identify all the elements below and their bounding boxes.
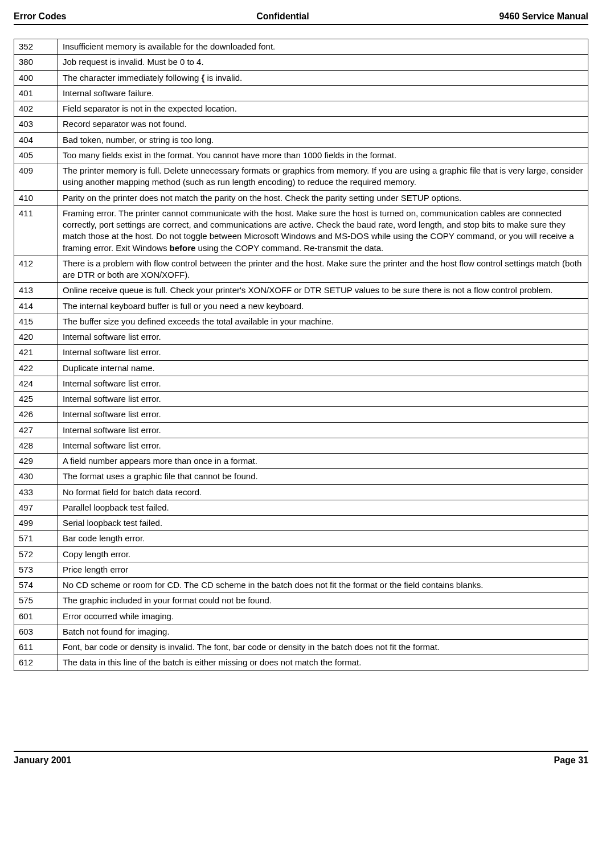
error-code-cell: 400 [14, 70, 58, 85]
error-code-cell: 429 [14, 454, 58, 469]
error-code-cell: 415 [14, 314, 58, 329]
error-description-cell: The internal keyboard buffer is full or … [58, 298, 588, 314]
error-code-cell: 499 [14, 516, 58, 531]
error-description-cell: Internal software list error. [58, 422, 588, 438]
error-description-cell: The character immediately following { is… [58, 70, 588, 85]
table-row: 404Bad token, number, or string is too l… [14, 132, 588, 147]
error-code-cell: 412 [14, 256, 58, 283]
error-description-cell: Error occurred while imaging. [58, 608, 588, 624]
error-code-cell: 410 [14, 190, 58, 205]
error-description-cell: The format uses a graphic file that cann… [58, 469, 588, 484]
error-description-cell: Font, bar code or density is invalid. Th… [58, 640, 588, 655]
error-description-cell: Internal software list error. [58, 376, 588, 391]
error-description-cell: Internal software list error. [58, 407, 588, 422]
error-code-cell: 612 [14, 655, 58, 670]
table-row: 422Duplicate internal name. [14, 360, 588, 376]
error-description-cell: Internal software list error. [58, 438, 588, 453]
table-row: 413Online receive queue is full. Check y… [14, 283, 588, 298]
table-row: 420Internal software list error. [14, 330, 588, 345]
table-row: 405Too many fields exist in the format. … [14, 147, 588, 163]
table-row: 352Insufficient memory is available for … [14, 39, 588, 55]
error-code-cell: 352 [14, 39, 58, 55]
table-row: 403Record separator was not found. [14, 117, 588, 132]
table-row: 430The format uses a graphic file that c… [14, 469, 588, 484]
error-description-cell: Batch not found for imaging. [58, 624, 588, 639]
table-row: 571Bar code length error. [14, 531, 588, 546]
table-row: 411Framing error. The printer cannot com… [14, 205, 588, 256]
error-code-cell: 402 [14, 101, 58, 117]
error-description-cell: A field number appears more than once in… [58, 454, 588, 469]
error-code-cell: 574 [14, 578, 58, 593]
error-code-cell: 611 [14, 640, 58, 655]
error-code-cell: 421 [14, 345, 58, 360]
error-description-cell: Duplicate internal name. [58, 360, 588, 376]
footer-right: Page 31 [554, 755, 588, 766]
error-code-cell: 404 [14, 132, 58, 147]
error-code-cell: 405 [14, 147, 58, 163]
table-row: 575The graphic included in your format c… [14, 593, 588, 608]
error-description-cell: Serial loopback test failed. [58, 516, 588, 531]
table-row: 429A field number appears more than once… [14, 454, 588, 469]
error-description-cell: Internal software list error. [58, 392, 588, 407]
table-row: 425Internal software list error. [14, 392, 588, 407]
table-row: 426Internal software list error. [14, 407, 588, 422]
footer-left: January 2001 [14, 755, 71, 766]
table-row: 427Internal software list error. [14, 422, 588, 438]
error-code-cell: 428 [14, 438, 58, 453]
table-row: 424Internal software list error. [14, 376, 588, 391]
error-code-cell: 430 [14, 469, 58, 484]
table-row: 433No format field for batch data record… [14, 484, 588, 500]
error-code-cell: 414 [14, 298, 58, 314]
error-code-cell: 601 [14, 608, 58, 624]
error-code-cell: 420 [14, 330, 58, 345]
error-description-cell: Parity on the printer does not match the… [58, 190, 588, 205]
table-row: 410Parity on the printer does not match … [14, 190, 588, 205]
error-code-cell: 403 [14, 117, 58, 132]
error-description-cell: The buffer size you defined exceeds the … [58, 314, 588, 329]
error-description-cell: Bad token, number, or string is too long… [58, 132, 588, 147]
table-row: 400The character immediately following {… [14, 70, 588, 85]
table-row: 611Font, bar code or density is invalid.… [14, 640, 588, 655]
table-row: 612The data in this line of the batch is… [14, 655, 588, 670]
error-code-cell: 425 [14, 392, 58, 407]
error-code-cell: 573 [14, 562, 58, 577]
table-row: 601Error occurred while imaging. [14, 608, 588, 624]
error-description-cell: The printer memory is full. Delete unnec… [58, 163, 588, 191]
error-description-cell: Internal software list error. [58, 345, 588, 360]
error-code-cell: 433 [14, 484, 58, 500]
table-row: 414The internal keyboard buffer is full … [14, 298, 588, 314]
error-description-cell: Internal software list error. [58, 330, 588, 345]
error-code-cell: 413 [14, 283, 58, 298]
table-row: 380Job request is invalid. Must be 0 to … [14, 55, 588, 70]
error-code-cell: 411 [14, 205, 58, 256]
error-description-cell: There is a problem with flow control bet… [58, 256, 588, 283]
table-row: 499Serial loopback test failed. [14, 516, 588, 531]
error-code-cell: 603 [14, 624, 58, 639]
table-row: 573Price length error [14, 562, 588, 577]
error-codes-table: 352Insufficient memory is available for … [14, 39, 588, 671]
error-code-cell: 424 [14, 376, 58, 391]
error-description-cell: Online receive queue is full. Check your… [58, 283, 588, 298]
error-description-cell: No format field for batch data record. [58, 484, 588, 500]
table-row: 428Internal software list error. [14, 438, 588, 453]
error-description-cell: The graphic included in your format coul… [58, 593, 588, 608]
error-description-cell: Record separator was not found. [58, 117, 588, 132]
error-code-cell: 427 [14, 422, 58, 438]
error-description-cell: Insufficient memory is available for the… [58, 39, 588, 55]
error-description-cell: Parallel loopback test failed. [58, 500, 588, 515]
page-header: Error Codes Confidential 9460 Service Ma… [14, 11, 588, 25]
error-description-cell: Too many fields exist in the format. You… [58, 147, 588, 163]
page-footer: January 2001 Page 31 [14, 751, 588, 766]
error-code-cell: 422 [14, 360, 58, 376]
error-description-cell: Field separator is not in the expected l… [58, 101, 588, 117]
table-row: 412There is a problem with flow control … [14, 256, 588, 283]
error-description-cell: Internal software failure. [58, 85, 588, 101]
table-row: 603Batch not found for imaging. [14, 624, 588, 639]
error-description-cell: Bar code length error. [58, 531, 588, 546]
error-description-cell: Price length error [58, 562, 588, 577]
table-row: 497Parallel loopback test failed. [14, 500, 588, 515]
table-row: 409The printer memory is full. Delete un… [14, 163, 588, 191]
header-left: Error Codes [14, 11, 66, 22]
error-code-cell: 401 [14, 85, 58, 101]
error-description-cell: Copy length error. [58, 546, 588, 562]
